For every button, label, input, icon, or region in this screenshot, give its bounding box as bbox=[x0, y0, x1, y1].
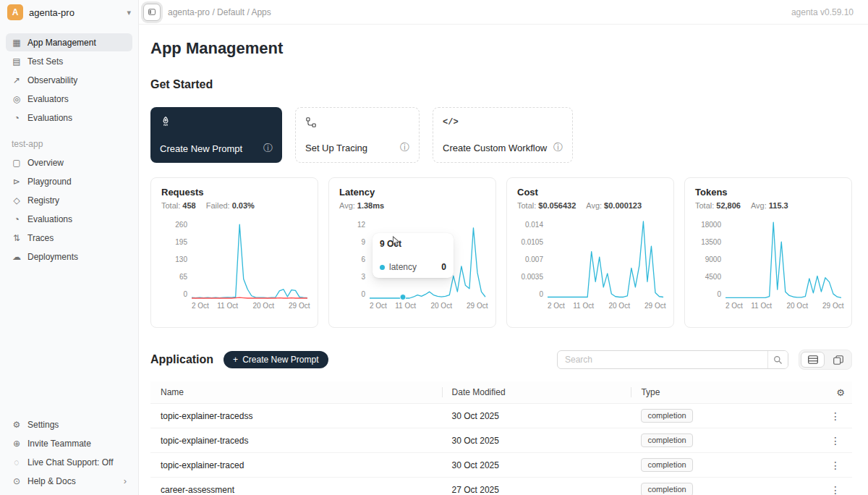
sidebar-item-app-management[interactable]: ▦ App Management bbox=[6, 33, 132, 51]
x-axis-labels: 2 Oct11 Oct20 Oct29 Oct bbox=[370, 302, 485, 312]
column-header-name[interactable]: Name bbox=[150, 387, 442, 397]
traces-icon: ⇅ bbox=[12, 233, 22, 243]
rocket-icon bbox=[160, 115, 273, 128]
sidebar-item-app-evaluations[interactable]: ◔ Evaluations bbox=[6, 210, 132, 228]
apps-table: Name Date Modified Type ⚙ topic-explaine… bbox=[150, 381, 852, 495]
card-view-button[interactable] bbox=[826, 352, 850, 368]
row-menu-button[interactable]: ⋮ bbox=[826, 410, 845, 422]
row-menu-button[interactable]: ⋮ bbox=[826, 484, 845, 495]
sidebar-item-label: Help & Docs bbox=[27, 476, 76, 486]
search-input[interactable] bbox=[558, 351, 767, 368]
chevron-right-icon: › bbox=[124, 475, 127, 486]
chat-icon: ◌ bbox=[12, 457, 22, 468]
sidebar-item-label: Overview bbox=[27, 158, 64, 168]
chart-title: Cost bbox=[517, 187, 663, 198]
x-axis-labels: 2 Oct11 Oct20 Oct29 Oct bbox=[192, 302, 307, 312]
main-column: agenta-pro / Default / Apps agenta v0.59… bbox=[139, 0, 868, 495]
hovered-point-dot bbox=[400, 294, 407, 300]
sidebar-section-label: test-app bbox=[0, 127, 138, 153]
row-menu-button[interactable]: ⋮ bbox=[826, 435, 845, 447]
info-icon[interactable]: ⓘ bbox=[263, 142, 273, 155]
sidebar-item-invite-teammate[interactable]: ⊕ Invite Teammate bbox=[6, 434, 132, 452]
tracing-icon bbox=[305, 116, 409, 129]
sidebar-item-settings[interactable]: ⚙ Settings bbox=[6, 415, 132, 433]
sidebar-collapse-button[interactable] bbox=[143, 4, 161, 21]
y-axis-labels: 260195130650 bbox=[161, 221, 192, 298]
sidebar-item-evaluations[interactable]: ◔ Evaluations bbox=[6, 109, 132, 127]
requests-chart-card: Requests Total:458 Failed:0.03% 26019513… bbox=[150, 177, 318, 328]
sidebar-item-label: Settings bbox=[27, 420, 59, 430]
table-row[interactable]: topic-explainer-traceds 30 Oct 2025 comp… bbox=[150, 428, 852, 453]
sidebar-item-deployments[interactable]: ☁ Deployments bbox=[6, 248, 132, 266]
app-name: topic-explainer-tracedss bbox=[150, 411, 442, 421]
sidebar-item-playground[interactable]: ⊳ Playground bbox=[6, 172, 132, 190]
app-management-icon: ▦ bbox=[12, 38, 22, 48]
code-icon: </> bbox=[443, 116, 563, 129]
table-view-button[interactable] bbox=[801, 352, 825, 368]
settings-icon: ⚙ bbox=[12, 420, 22, 430]
column-header-date-modified[interactable]: Date Modified bbox=[442, 387, 631, 397]
info-icon[interactable]: ⓘ bbox=[553, 141, 563, 154]
info-icon[interactable]: ⓘ bbox=[400, 141, 409, 154]
tokens-line-chart[interactable] bbox=[726, 221, 841, 298]
sidebar-item-observability[interactable]: ↗ Observability bbox=[6, 71, 132, 89]
cost-chart-card: Cost Total:$0.056432 Avg:$0.000123 0.014… bbox=[506, 177, 674, 328]
chart-title: Tokens bbox=[695, 187, 841, 198]
search-icon bbox=[773, 355, 783, 365]
table-row[interactable]: career-assessment 27 Oct 2025 completion… bbox=[150, 478, 852, 495]
row-menu-button[interactable]: ⋮ bbox=[826, 460, 845, 471]
requests-line-chart[interactable] bbox=[192, 221, 307, 298]
sidebar-item-overview[interactable]: ▢ Overview bbox=[6, 153, 132, 172]
sidebar-item-label: Invite Teammate bbox=[27, 439, 91, 449]
page-title: App Management bbox=[150, 39, 852, 58]
sidebar-item-label: Evaluations bbox=[27, 214, 72, 224]
sidebar-item-traces[interactable]: ⇅ Traces bbox=[6, 229, 132, 247]
sidebar-nav-bottom: ⚙ Settings ⊕ Invite Teammate ◌ Live Chat… bbox=[0, 415, 138, 495]
app-name: career-assessment bbox=[150, 485, 442, 495]
breadcrumb: agenta-pro / Default / Apps bbox=[168, 7, 271, 17]
card-label: Set Up Tracing bbox=[305, 143, 367, 153]
app-search bbox=[557, 350, 788, 369]
overview-icon: ▢ bbox=[12, 158, 22, 168]
column-header-type[interactable]: Type bbox=[631, 387, 792, 397]
table-settings-gear-icon[interactable]: ⚙ bbox=[836, 387, 845, 398]
create-new-prompt-card[interactable]: Create New Prompt ⓘ bbox=[150, 107, 282, 163]
workspace-selector[interactable]: A agenta-pro ▾ bbox=[0, 0, 138, 25]
sidebar-item-label: Live Chat Support: Off bbox=[27, 457, 114, 468]
sidebar-item-label: App Management bbox=[27, 38, 96, 48]
search-button[interactable] bbox=[767, 351, 788, 368]
sidebar-item-help-docs[interactable]: ⊙ Help & Docs › bbox=[6, 472, 132, 490]
create-custom-workflow-card[interactable]: </> Create Custom Workflow ⓘ bbox=[433, 107, 573, 163]
evaluations-icon: ◔ bbox=[12, 214, 22, 224]
y-axis-labels: 1800013500900045000 bbox=[695, 221, 726, 298]
latency-line-chart[interactable]: 9 Oct latency 0 bbox=[370, 221, 485, 298]
table-row[interactable]: topic-explainer-tracedss 30 Oct 2025 com… bbox=[150, 404, 852, 428]
cost-line-chart[interactable] bbox=[548, 221, 663, 298]
latency-chart-card: Latency Avg:1.38ms 129630 9 Oct latency bbox=[328, 177, 496, 328]
chart-stats: Total:458 Failed:0.03% bbox=[161, 201, 307, 210]
type-badge: completion bbox=[641, 409, 692, 423]
table-row[interactable]: topic-explainer-traced 30 Oct 2025 compl… bbox=[150, 453, 852, 478]
sidebar-item-evaluators[interactable]: ◎ Evaluators bbox=[6, 90, 132, 108]
sidebar-item-test-sets[interactable]: ▤ Test Sets bbox=[6, 52, 132, 70]
x-axis-labels: 2 Oct11 Oct20 Oct29 Oct bbox=[548, 302, 663, 312]
help-icon: ⊙ bbox=[12, 476, 22, 486]
create-new-prompt-button[interactable]: + Create New Prompt bbox=[224, 351, 328, 368]
sidebar-item-label: Registry bbox=[27, 195, 59, 206]
sidebar-item-live-chat-support[interactable]: ◌ Live Chat Support: Off bbox=[6, 453, 132, 471]
sidebar-item-label: Observability bbox=[27, 75, 77, 85]
sidebar-item-label: Evaluations bbox=[27, 113, 72, 123]
page-content: App Management Get Started Create New Pr… bbox=[139, 25, 868, 495]
metrics-charts-row: Requests Total:458 Failed:0.03% 26019513… bbox=[150, 177, 852, 328]
topbar: agenta-pro / Default / Apps agenta v0.59… bbox=[139, 0, 868, 25]
chart-stats: Total:$0.056432 Avg:$0.000123 bbox=[517, 201, 663, 210]
sidebar-nav-app: ▢ Overview ⊳ Playground ◇ Registry ◔ Eva… bbox=[0, 153, 138, 266]
tooltip-value: 0 bbox=[441, 262, 446, 272]
set-up-tracing-card[interactable]: Set Up Tracing ⓘ bbox=[295, 107, 420, 163]
workspace-name: agenta-pro bbox=[29, 7, 121, 18]
sidebar-item-registry[interactable]: ◇ Registry bbox=[6, 191, 132, 209]
panel-collapse-icon bbox=[148, 8, 156, 16]
app-version: agenta v0.59.10 bbox=[791, 7, 854, 17]
application-heading: Application bbox=[150, 353, 213, 366]
chart-stats: Avg:1.38ms bbox=[339, 201, 485, 210]
